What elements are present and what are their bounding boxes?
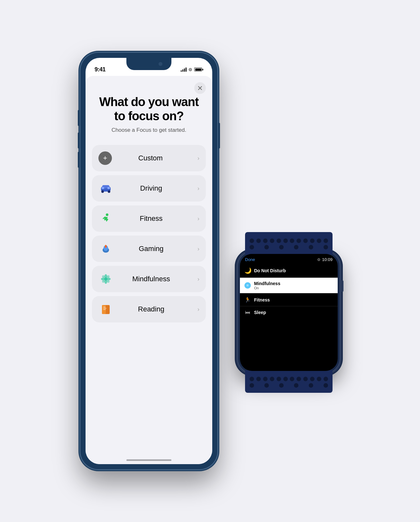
do-not-disturb-icon: 🌙: [244, 267, 251, 274]
apple-watch-device: Done ⚙ 10:09 🌙 Do Not Disturb: [237, 251, 340, 374]
watch-time-display: 10:09: [322, 257, 333, 262]
watch-item-do-not-disturb[interactable]: 🌙 Do Not Disturb: [240, 264, 338, 278]
focus-item-reading[interactable]: Reading ›: [92, 296, 206, 322]
chevron-icon-driving: ›: [197, 185, 199, 192]
watch-crown: [340, 280, 343, 292]
watch-done-button[interactable]: Done: [245, 257, 255, 262]
watch-item-sleep[interactable]: 🛏 Sleep: [240, 306, 338, 319]
watch-status-bar: Done ⚙ 10:09: [240, 254, 338, 264]
focus-label-reading: Reading: [113, 305, 189, 313]
watch-focus-list: 🌙 Do Not Disturb ❊ Mindfulness On: [240, 264, 338, 319]
close-button[interactable]: [194, 82, 206, 94]
watch-item-text-dnd: Do Not Disturb: [254, 268, 333, 273]
sheet-subtitle: Choose a Focus to get started.: [86, 127, 212, 145]
watch-screen: Done ⚙ 10:09 🌙 Do Not Disturb: [240, 254, 338, 371]
home-indicator: [126, 459, 171, 461]
custom-plus-icon: +: [98, 151, 112, 165]
watch-band-bottom: [245, 370, 333, 393]
watch-item-title-dnd: Do Not Disturb: [254, 268, 333, 273]
chevron-icon-fitness: ›: [197, 215, 199, 222]
focus-item-driving[interactable]: Driving ›: [92, 175, 206, 202]
chevron-icon-mindfulness: ›: [197, 276, 199, 283]
sheet-title: What do you wantto focus on?: [86, 76, 212, 127]
mindfulness-watch-icon: ❊: [244, 282, 251, 289]
svg-rect-24: [103, 309, 106, 310]
focus-label-fitness: Fitness: [113, 214, 189, 223]
driving-icon: [98, 181, 113, 196]
focus-item-gaming[interactable]: Gaming ›: [92, 236, 206, 262]
battery-icon: [194, 68, 203, 71]
chevron-icon-custom: ›: [197, 155, 199, 162]
watch-item-title-mindfulness: Mindfulness: [254, 281, 333, 286]
svg-rect-4: [102, 187, 104, 189]
reading-icon: [98, 302, 113, 317]
sleep-watch-icon: 🛏: [244, 310, 251, 315]
status-time: 9:41: [95, 66, 105, 73]
focus-label-gaming: Gaming: [113, 245, 189, 253]
watch-item-title-fitness: Fitness: [254, 297, 333, 302]
focus-item-mindfulness[interactable]: Mindfulness ›: [92, 266, 206, 292]
watch-item-sub-mindfulness: On: [254, 286, 333, 290]
focus-label-custom: Custom: [112, 154, 189, 162]
chevron-icon-gaming: ›: [197, 246, 199, 252]
svg-point-6: [106, 213, 108, 216]
watch-item-text-fitness: Fitness: [254, 297, 333, 302]
gaming-icon: [98, 241, 113, 256]
focus-label-driving: Driving: [113, 184, 189, 193]
svg-point-10: [105, 245, 106, 246]
chevron-icon-reading: ›: [197, 306, 199, 313]
signal-icon: [181, 67, 187, 72]
fitness-watch-icon: 🏃: [244, 297, 251, 303]
focus-sheet: What do you wantto focus on? Choose a Fo…: [86, 76, 212, 464]
watch-item-mindfulness[interactable]: ❊ Mindfulness On: [240, 278, 338, 293]
watch-time: ⚙ 10:09: [317, 257, 333, 262]
svg-point-3: [108, 190, 110, 193]
watch-item-fitness[interactable]: 🏃 Fitness: [240, 293, 338, 306]
watch-item-title-sleep: Sleep: [254, 310, 333, 315]
band-holes-top: [245, 235, 333, 253]
watch-item-text-mindfulness: Mindfulness On: [254, 281, 333, 290]
svg-rect-22: [103, 307, 105, 307]
fitness-icon: [98, 211, 113, 226]
status-icons: ⊜: [181, 67, 203, 72]
iphone-device: 9:41 ⊜: [80, 52, 218, 470]
svg-rect-5: [107, 187, 110, 189]
mindfulness-icon: [98, 272, 113, 286]
band-holes-bottom: [245, 374, 333, 391]
watch-item-text-sleep: Sleep: [254, 310, 333, 315]
focus-label-mindfulness: Mindfulness: [113, 275, 189, 283]
svg-point-2: [101, 190, 104, 193]
iphone-notch: [126, 58, 171, 70]
watch-gear-icon: ⚙: [317, 257, 321, 262]
focus-item-fitness[interactable]: Fitness ›: [92, 205, 206, 232]
svg-rect-23: [103, 308, 106, 309]
iphone-screen: 9:41 ⊜: [86, 58, 212, 464]
focus-item-custom[interactable]: + Custom ›: [92, 145, 206, 171]
watch-band-top: [245, 232, 333, 255]
focus-list: + Custom ›: [86, 145, 212, 322]
wifi-icon: ⊜: [188, 67, 192, 72]
scene: 9:41 ⊜: [80, 52, 340, 470]
